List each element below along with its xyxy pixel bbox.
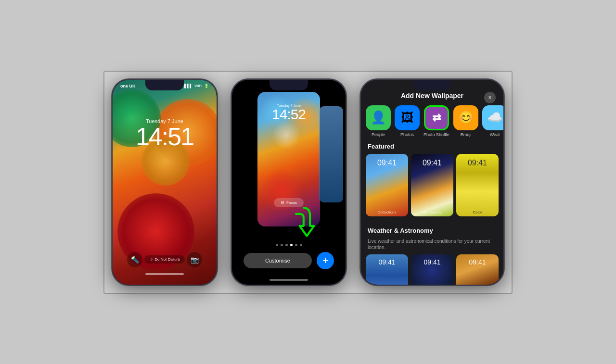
phone2: Tuesday 7 June 14:52 ⛓ Focus bbox=[231, 79, 346, 286]
shuffle-symbol: ⇄ bbox=[432, 112, 441, 124]
phone2-side-preview bbox=[319, 106, 343, 202]
photo-shuffle-icon[interactable]: ⇄ bbox=[424, 105, 449, 130]
phone3-notch bbox=[413, 80, 451, 90]
dnd-pill: ☽ Do Not Disturb bbox=[144, 255, 184, 264]
phone2-wrapper: Tuesday 7 June 14:52 ⛓ Focus bbox=[231, 79, 346, 286]
phone1-screen: one UK ▌▌▌ WiFi 🔋 Tuesday 7 June 14:51 🔦 bbox=[113, 80, 217, 285]
featured-section-label: Featured bbox=[361, 143, 503, 150]
emoji-emoji: 😊 bbox=[458, 110, 474, 125]
type-photo-shuffle[interactable]: ⇄ Photo Shuffle bbox=[424, 105, 449, 137]
dnd-label: Do Not Disturb bbox=[154, 257, 180, 262]
focus-icon: ⛓ bbox=[281, 201, 284, 205]
close-button[interactable]: × bbox=[484, 92, 496, 103]
phone1-bottom: 🔦 ☽ Do Not Disturb 📷 bbox=[113, 252, 217, 285]
people-label: People bbox=[372, 132, 385, 137]
side-button[interactable] bbox=[217, 123, 218, 147]
weather-item-3[interactable]: 09:41 bbox=[456, 254, 499, 285]
color-time: 09:41 bbox=[456, 159, 499, 167]
weather-time-1: 09:41 bbox=[366, 258, 408, 266]
phone1-time-area: Tuesday 7 June 14:51 bbox=[113, 118, 217, 149]
status-icons: ▌▌▌ WiFi 🔋 bbox=[184, 84, 209, 88]
sheet-title: Add New Wallpaper bbox=[401, 92, 463, 100]
outer-frame: one UK ▌▌▌ WiFi 🔋 Tuesday 7 June 14:51 🔦 bbox=[103, 71, 513, 294]
home-indicator bbox=[145, 273, 184, 275]
phone2-side-button[interactable] bbox=[346, 123, 346, 147]
phone2-card-time: 14:52 bbox=[257, 107, 320, 122]
phone3-screen: Add New Wallpaper × 👤 People 🖼 bbox=[361, 80, 503, 285]
weather-section-label: Weather & Astronomy bbox=[361, 227, 503, 234]
green-arrow bbox=[289, 204, 315, 240]
wallpaper-sheet: Add New Wallpaper × 👤 People 🖼 bbox=[361, 80, 503, 285]
type-emoji[interactable]: 😊 Emoji bbox=[453, 105, 478, 137]
collections-time: 09:41 bbox=[366, 159, 408, 167]
weather-label: Weal bbox=[490, 132, 500, 137]
signal-icon: ▌▌▌ bbox=[184, 84, 192, 88]
add-wallpaper-button[interactable]: + bbox=[317, 252, 334, 269]
p2b4 bbox=[272, 121, 301, 150]
carrier-text: one UK bbox=[120, 84, 136, 88]
phone3-side-button[interactable] bbox=[503, 123, 504, 142]
dot-3 bbox=[285, 244, 288, 246]
dot-2 bbox=[281, 244, 283, 246]
people-icon[interactable]: 👤 bbox=[366, 105, 391, 130]
weather-grid: 09:41 09:41 09:41 bbox=[361, 254, 503, 285]
phone3: Add New Wallpaper × 👤 People 🖼 bbox=[360, 79, 504, 286]
phone2-card-date: Tuesday 7 June bbox=[257, 104, 320, 107]
weather-item-1[interactable]: 09:41 bbox=[366, 254, 408, 285]
sheet-header: Add New Wallpaper × bbox=[361, 92, 503, 105]
people-emoji: 👤 bbox=[371, 110, 386, 125]
color-label: Color bbox=[456, 210, 499, 214]
dot-4 bbox=[290, 244, 293, 246]
featured-astronomy[interactable]: 09:41 Astronomy bbox=[411, 154, 453, 216]
type-weather[interactable]: ☁️ Weal bbox=[482, 105, 503, 137]
weather-time-2: 09:41 bbox=[411, 258, 453, 266]
weather-item-2[interactable]: 09:41 bbox=[411, 254, 453, 285]
dot-1 bbox=[276, 244, 278, 246]
photo-shuffle-label: Photo Shuffle bbox=[424, 132, 449, 137]
phone2-volume-down[interactable] bbox=[231, 137, 232, 151]
phone1-time: 14:51 bbox=[113, 124, 217, 149]
astronomy-label: Astronomy bbox=[411, 210, 453, 214]
phone2-home-indicator bbox=[270, 279, 308, 281]
dot-6 bbox=[300, 244, 302, 246]
wifi-icon: WiFi bbox=[194, 84, 202, 88]
emoji-label: Emoji bbox=[461, 132, 472, 137]
torch-icon[interactable]: 🔦 bbox=[127, 252, 142, 267]
camera-icon[interactable]: 📷 bbox=[187, 252, 202, 267]
featured-grid: 09:41 Collections 09:41 Astronomy 09:41 … bbox=[361, 154, 503, 222]
phone2-bg: Tuesday 7 June 14:52 ⛓ Focus bbox=[232, 80, 346, 285]
weather-icon[interactable]: ☁️ bbox=[482, 105, 503, 130]
phone1-notch bbox=[145, 80, 184, 90]
weather-emoji: ☁️ bbox=[487, 110, 502, 125]
phone1-shortcuts: 🔦 ☽ Do Not Disturb 📷 bbox=[113, 252, 217, 267]
customise-button[interactable]: Customise bbox=[244, 253, 312, 268]
type-people[interactable]: 👤 People bbox=[366, 105, 391, 137]
featured-color[interactable]: 09:41 Color bbox=[456, 154, 499, 216]
phone1-wallpaper: one UK ▌▌▌ WiFi 🔋 Tuesday 7 June 14:51 🔦 bbox=[113, 80, 217, 285]
emoji-icon[interactable]: 😊 bbox=[453, 105, 478, 130]
phone2-notch bbox=[270, 80, 308, 90]
phone2-bottom-bar: Customise + bbox=[244, 252, 334, 269]
phone1: one UK ▌▌▌ WiFi 🔋 Tuesday 7 June 14:51 🔦 bbox=[112, 79, 218, 286]
featured-collections[interactable]: 09:41 Collections bbox=[366, 154, 408, 216]
weather-time-3: 09:41 bbox=[456, 258, 499, 266]
phone2-volume-up[interactable] bbox=[231, 118, 232, 133]
phone2-dots bbox=[276, 244, 302, 246]
wallpaper-types-row: 👤 People 🖼 Photos ⇄ Pho bbox=[361, 105, 503, 143]
phone2-card-time-area: Tuesday 7 June 14:52 bbox=[257, 104, 320, 122]
photos-icon[interactable]: 🖼 bbox=[395, 105, 420, 130]
collections-label: Collections bbox=[366, 210, 408, 214]
photos-emoji: 🖼 bbox=[401, 110, 413, 125]
phone2-screen: Tuesday 7 June 14:52 ⛓ Focus bbox=[232, 80, 346, 285]
weather-section-desc: Live weather and astronomical conditions… bbox=[361, 238, 503, 254]
type-photos[interactable]: 🖼 Photos bbox=[395, 105, 420, 137]
battery-icon: 🔋 bbox=[204, 84, 209, 88]
dot-5 bbox=[295, 244, 297, 246]
photos-label: Photos bbox=[400, 132, 414, 137]
phone1-date: Tuesday 7 June bbox=[113, 118, 217, 124]
astronomy-time: 09:41 bbox=[411, 159, 453, 167]
moon-icon: ☽ bbox=[149, 257, 153, 262]
